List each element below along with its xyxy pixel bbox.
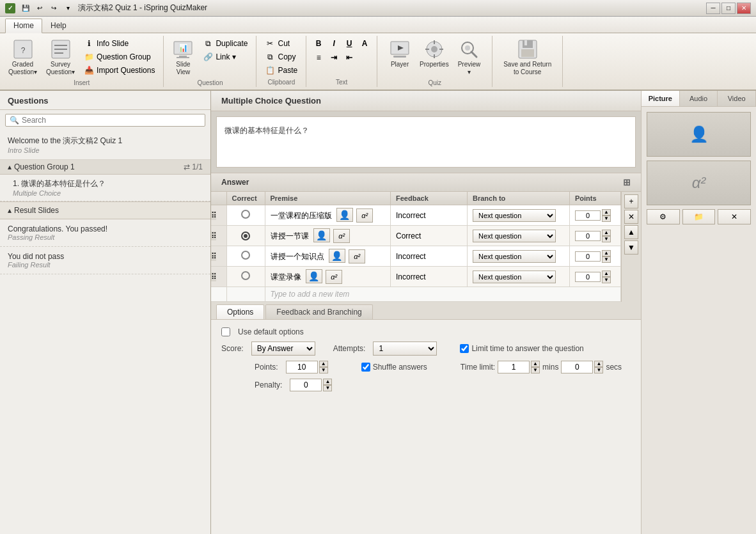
person-icon-1[interactable]: 👤 — [336, 208, 353, 222]
question-item-1[interactable]: 1. 微课的基本特征是什么？ Multiple Choice — [0, 175, 210, 201]
points-input-4[interactable] — [575, 272, 601, 282]
graded-question-btn[interactable]: ? GradedQuestion▾ — [5, 37, 40, 78]
delete-answer-btn[interactable]: ✕ — [624, 210, 638, 224]
bullet-btn[interactable]: ≡ — [311, 51, 326, 64]
person-icon-3[interactable]: 👤 — [329, 249, 345, 263]
gear-action-btn[interactable]: ⚙ — [647, 209, 680, 224]
answer-radio-1[interactable] — [241, 210, 250, 219]
duplicate-btn[interactable]: ⧉ Duplicate — [200, 37, 251, 50]
outdent-btn[interactable]: ⇤ — [342, 51, 356, 64]
preview-btn[interactable]: Preview▾ — [455, 37, 484, 78]
tab-feedback-branching[interactable]: Feedback and Branching — [265, 304, 372, 319]
question-group-header[interactable]: ▴ Question Group 1 ⇄ 1/1 — [0, 160, 210, 175]
minimize-btn[interactable]: ─ — [706, 3, 720, 14]
alpha-icon-1[interactable]: α² — [356, 208, 373, 223]
quick-menu-btn[interactable]: ▾ — [61, 3, 74, 14]
secs-down[interactable]: ▼ — [594, 367, 603, 373]
underline-btn[interactable]: U — [342, 37, 356, 50]
points-up-2[interactable]: ▲ — [602, 230, 611, 236]
penalty-value-input[interactable] — [290, 379, 322, 391]
time-mins-input[interactable] — [498, 361, 530, 373]
player-btn[interactable]: Player — [386, 37, 414, 70]
info-slide-btn[interactable]: ℹ Info Slide — [81, 37, 158, 50]
branch-select-3[interactable]: Next question — [473, 250, 556, 263]
row-drag-handle[interactable]: ⠿ — [211, 252, 216, 261]
tab-help[interactable]: Help — [42, 19, 75, 33]
question-text-area[interactable]: 微课的基本特征是什么？ — [216, 116, 636, 168]
branch-select-2[interactable]: Next question — [473, 230, 556, 242]
person-media-placeholder[interactable]: 👤 — [647, 112, 751, 157]
slide-view-btn[interactable]: 📊 SlideView — [169, 37, 197, 78]
points-input-3[interactable] — [575, 251, 601, 262]
text-color-btn[interactable]: A — [358, 37, 372, 50]
close-btn[interactable]: ✕ — [737, 3, 751, 14]
branch-select-1[interactable]: Next question — [473, 209, 556, 222]
import-questions-btn[interactable]: 📥 Import Questions — [81, 64, 158, 77]
shuffle-checkbox[interactable] — [361, 363, 370, 372]
points-up-1[interactable]: ▲ — [602, 209, 611, 216]
cut-btn[interactable]: ✂ Cut — [262, 37, 301, 50]
time-secs-input[interactable] — [561, 361, 593, 373]
survey-question-btn[interactable]: SurveyQuestion▾ — [43, 37, 78, 78]
points-value-input[interactable] — [286, 361, 318, 373]
row-drag-handle[interactable]: ⠿ — [211, 232, 216, 240]
points-up-3[interactable]: ▲ — [602, 250, 611, 256]
alpha-icon-4[interactable]: α² — [326, 270, 342, 284]
side-tab-audio[interactable]: Audio — [680, 91, 718, 106]
failing-result-item[interactable]: You did not pass Failing Result — [0, 247, 210, 274]
italic-btn[interactable]: I — [327, 37, 341, 50]
formula-media-placeholder[interactable]: α² — [647, 161, 751, 205]
undo-btn[interactable]: ↩ — [33, 3, 46, 14]
question-group-btn[interactable]: 📁 Question Group — [81, 51, 158, 63]
bold-btn[interactable]: B — [311, 37, 326, 50]
score-select[interactable]: By Answer — [251, 342, 315, 356]
secs-up[interactable]: ▲ — [594, 361, 603, 367]
paste-btn[interactable]: 📋 Paste — [262, 64, 301, 77]
points-down-2[interactable]: ▼ — [602, 236, 611, 242]
add-item-cell[interactable]: Type to add a new item — [265, 287, 621, 302]
link-btn[interactable]: 🔗 Link ▾ — [200, 51, 251, 63]
tab-home[interactable]: Home — [5, 19, 42, 33]
row-drag-handle[interactable]: ⠿ — [211, 211, 216, 220]
side-tab-picture[interactable]: Picture — [642, 91, 680, 106]
tab-options[interactable]: Options — [216, 304, 264, 319]
redo-btn[interactable]: ↪ — [47, 3, 60, 14]
person-icon-2[interactable]: 👤 — [313, 228, 330, 242]
properties-btn[interactable]: Properties — [416, 37, 452, 70]
points-input-1[interactable] — [575, 210, 601, 221]
answer-radio-2[interactable] — [241, 232, 250, 240]
points-up-4[interactable]: ▲ — [602, 271, 611, 277]
passing-result-item[interactable]: Congratulations. You passed! Passing Res… — [0, 219, 210, 247]
copy-btn[interactable]: ⧉ Copy — [262, 51, 301, 63]
limit-time-checkbox[interactable] — [460, 344, 469, 353]
save-quick-btn[interactable]: 💾 — [19, 3, 32, 14]
branch-select-4[interactable]: Next question — [473, 271, 556, 283]
penalty-up[interactable]: ▲ — [323, 379, 332, 385]
mins-up[interactable]: ▲ — [531, 361, 540, 367]
move-up-btn[interactable]: ▲ — [624, 225, 638, 239]
points-val-up[interactable]: ▲ — [319, 361, 328, 367]
search-input[interactable] — [22, 116, 201, 125]
penalty-down[interactable]: ▼ — [323, 385, 332, 391]
points-down-4[interactable]: ▼ — [602, 277, 611, 283]
points-down-3[interactable]: ▼ — [602, 256, 611, 263]
maximize-btn[interactable]: □ — [721, 3, 736, 14]
indent-btn[interactable]: ⇥ — [327, 51, 341, 64]
search-box[interactable]: 🔍 — [5, 114, 205, 127]
points-input-2[interactable] — [575, 231, 601, 241]
alpha-icon-2[interactable]: α² — [333, 229, 350, 243]
answer-radio-4[interactable] — [241, 271, 250, 280]
maximize-icon[interactable]: ⊞ — [623, 177, 631, 187]
use-default-checkbox[interactable] — [221, 327, 230, 336]
folder-action-btn[interactable]: 📁 — [682, 209, 716, 224]
alpha-icon-3[interactable]: α² — [349, 249, 365, 263]
intro-slide-item[interactable]: Welcome to the 演示文稿2 Quiz 1 Intro Slide — [0, 130, 210, 160]
delete-action-btn[interactable]: ✕ — [718, 209, 751, 224]
points-down-1[interactable]: ▼ — [602, 216, 611, 222]
answer-radio-3[interactable] — [241, 251, 250, 260]
attempts-select[interactable]: 1 — [373, 342, 437, 356]
row-drag-handle[interactable]: ⠿ — [211, 272, 216, 281]
points-val-down[interactable]: ▼ — [319, 367, 328, 373]
move-down-btn[interactable]: ▼ — [624, 240, 638, 255]
person-icon-4[interactable]: 👤 — [306, 269, 322, 283]
